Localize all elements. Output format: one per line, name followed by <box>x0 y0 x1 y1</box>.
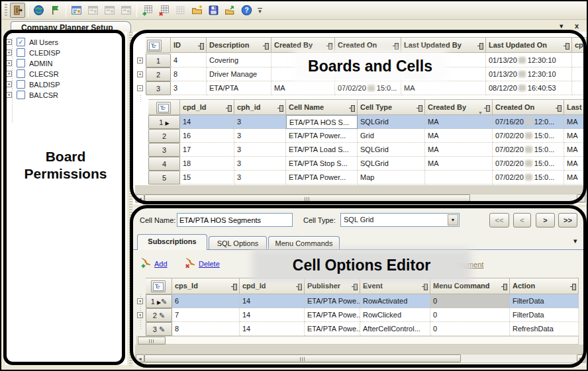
cell-description[interactable]: ETA/PTA <box>207 81 271 95</box>
cell-created-on[interactable]: 07/02/2015:0... <box>493 129 564 143</box>
tab-subscriptions[interactable]: Subscriptions <box>137 234 207 250</box>
cell-id[interactable]: 3 <box>171 81 207 95</box>
cell-created-on[interactable]: 07/16/2012:0... <box>493 115 564 129</box>
tab-sql-options[interactable]: SQL Options <box>209 236 267 250</box>
toolbar-grip[interactable] <box>5 4 7 17</box>
cell-cell-type[interactable]: SQLGrid <box>358 143 425 157</box>
table-row-selected[interactable]: 1 ▶✎ 6 14 ETA/PTA Powe... RowActivated 0… <box>1 294 588 308</box>
toolbar-options-icon[interactable]: ▾ <box>258 8 262 13</box>
cell-created-by[interactable]: MA <box>271 81 335 95</box>
cell-name-input[interactable] <box>177 213 293 227</box>
scroll-right-icon[interactable]: ► <box>577 354 585 362</box>
cell-cell-type[interactable]: Map <box>358 171 425 185</box>
cell-cpd-id[interactable]: 18 <box>180 157 234 171</box>
pin-icon[interactable] <box>326 43 332 49</box>
pin-icon[interactable] <box>570 284 576 290</box>
cell-cpd-id[interactable]: 16 <box>180 129 234 143</box>
pin-icon[interactable] <box>296 284 302 290</box>
cell-cpd-id[interactable]: 14 <box>240 322 305 336</box>
row-header[interactable]: 5 <box>148 171 180 185</box>
row-header[interactable]: 2 <box>146 67 171 81</box>
nav-first-button[interactable]: << <box>489 213 509 227</box>
tab-scroll-dropdown-icon[interactable]: ▾ <box>573 237 577 245</box>
cell-action[interactable]: RefreshData <box>510 322 579 336</box>
delete-icon[interactable] <box>185 257 197 268</box>
cell-last-updated-on[interactable]: 01/13/2012:30:10 <box>486 67 572 81</box>
pin-icon[interactable] <box>231 284 237 290</box>
cell-cps-id[interactable]: 6 <box>172 294 240 308</box>
row-header[interactable]: 2 <box>148 129 180 143</box>
column-header-cpd-id[interactable]: cpd_Id <box>180 99 234 115</box>
cell-created-by[interactable]: MA <box>425 115 493 129</box>
column-header-last-updated-on[interactable]: Last Updated On <box>486 37 572 53</box>
cell-publisher[interactable]: ETA/PTA Powe... <box>305 308 360 322</box>
scroll-left-icon[interactable]: ◄ <box>136 354 144 362</box>
pin-icon[interactable] <box>416 105 422 111</box>
pin-icon[interactable] <box>393 43 399 49</box>
column-header-publisher[interactable]: Publisher <box>305 278 360 294</box>
cell-cpd-id[interactable]: 15 <box>180 171 234 185</box>
tab-list-dropdown-icon[interactable]: ▾ <box>560 22 564 30</box>
table-row[interactable]: 2 8 Driver Manage 01/13/2012:30:10 <box>1 67 588 81</box>
tab-menu-commands[interactable]: Menu Commands <box>268 236 340 250</box>
pin-icon[interactable] <box>422 284 428 290</box>
column-header-event[interactable]: Event <box>360 278 430 294</box>
pin-icon[interactable] <box>263 43 269 49</box>
cell-last-updated-by[interactable]: MA <box>564 157 587 171</box>
cell-description[interactable]: Driver Manage <box>207 67 271 81</box>
pin-icon[interactable] <box>477 43 483 49</box>
collapse-icon[interactable] <box>137 85 143 91</box>
cell-publisher[interactable]: ETA/PTA Powe... <box>305 322 360 336</box>
pin-icon[interactable] <box>198 43 204 49</box>
cell-action[interactable]: FilterData <box>510 294 579 308</box>
column-header-last-updated-by[interactable]: Last Updated By <box>401 37 486 53</box>
cell-cell-type[interactable]: Grid <box>358 129 425 143</box>
row-header[interactable]: 1 ▶✎ <box>146 294 172 308</box>
column-header-last-update[interactable]: Last Update <box>564 99 587 115</box>
cell-cell-name[interactable]: ETA/PTA Stop S... <box>286 157 358 171</box>
band-indicator[interactable] <box>146 278 172 294</box>
cell-publisher[interactable]: ETA/PTA Powe... <box>305 294 360 308</box>
cell-cpd-id[interactable]: 17 <box>180 143 234 157</box>
band-indicator-icon[interactable] <box>151 280 166 292</box>
export-icon[interactable] <box>222 3 238 18</box>
pin-icon[interactable] <box>484 105 490 111</box>
cell-created-by[interactable]: MA <box>425 143 493 157</box>
row-header[interactable]: 1 ▶ <box>148 115 180 129</box>
cell-cph[interactable] <box>572 81 587 95</box>
cell-created-on[interactable]: 07/02/2015:0... <box>493 143 564 157</box>
column-header-menu-command[interactable]: Menu Command <box>430 278 510 294</box>
grid-horizontal-scrollbar[interactable] <box>136 336 579 345</box>
cell-created-by[interactable]: MA <box>425 129 493 143</box>
column-header-description[interactable]: Description <box>207 37 271 53</box>
flag-icon[interactable] <box>48 3 63 18</box>
cell-last-updated-by[interactable]: MA <box>564 143 587 157</box>
cell-event[interactable]: RowClicked <box>360 308 430 322</box>
board-disabled-icon[interactable] <box>85 3 101 18</box>
column-header-created-by[interactable]: Created By▼ <box>425 99 493 115</box>
band-indicator[interactable] <box>146 37 171 53</box>
cell-created-by[interactable] <box>425 171 493 185</box>
pin-icon[interactable] <box>556 105 562 111</box>
column-header-cph[interactable]: cph <box>572 37 587 53</box>
horizontal-scrollbar[interactable]: ◄ ► <box>135 194 586 203</box>
cell-cph[interactable] <box>572 54 587 67</box>
cell-event[interactable]: RowActivated <box>360 294 430 308</box>
cell-created-on[interactable]: 07/02/2015:0... <box>335 81 401 95</box>
cell-last-updated-by[interactable]: MA <box>564 115 587 129</box>
column-header-cps-id[interactable]: cps_Id <box>172 278 240 294</box>
open-folder-icon[interactable] <box>189 3 205 18</box>
scrollbar-thumb[interactable] <box>138 337 166 345</box>
column-header-cell-type[interactable]: Cell Type <box>358 99 425 115</box>
exit-icon[interactable] <box>10 3 25 18</box>
cell-cps-id[interactable]: 8 <box>172 322 240 336</box>
pin-icon[interactable] <box>352 284 358 290</box>
save-icon[interactable] <box>206 3 221 18</box>
filter-icon[interactable]: ▼ <box>478 105 483 115</box>
board-editor-icon[interactable] <box>69 3 84 18</box>
scrollbar-thumb[interactable] <box>144 194 470 202</box>
cell-created-by[interactable]: MA <box>425 157 493 171</box>
column-header-cell-name[interactable]: Cell Name <box>286 99 358 115</box>
cell-cpd-id[interactable]: 14 <box>240 308 305 322</box>
pin-icon[interactable] <box>349 105 355 111</box>
